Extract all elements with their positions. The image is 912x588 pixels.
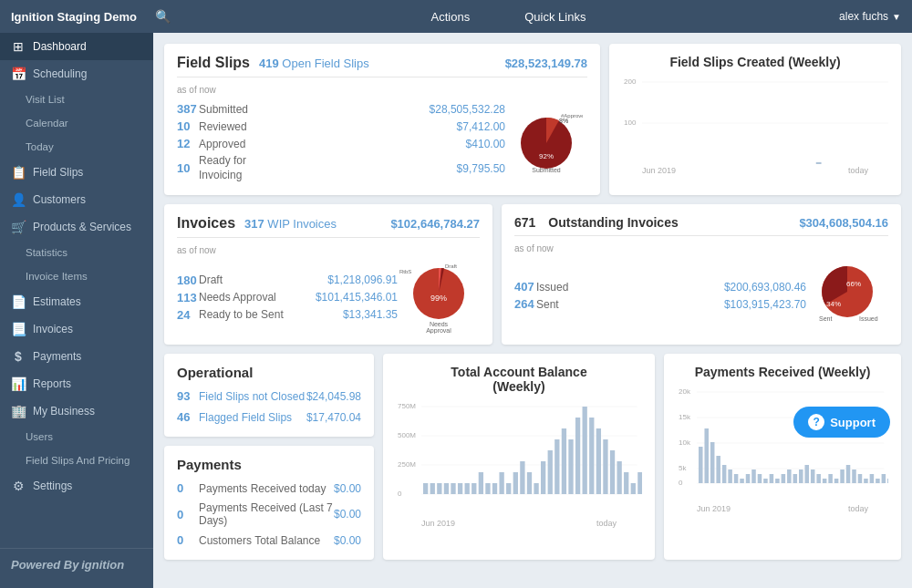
dashboard-icon: ⊞ — [11, 39, 26, 54]
svg-text:8%: 8% — [559, 118, 568, 124]
field-slips-weekly-card: Field Slips Created (Weekly) 200 100 0 — [609, 44, 901, 195]
weekly-chart-area: 200 100 0 Jun 2019 today — [622, 75, 888, 175]
support-icon: ? — [808, 414, 824, 430]
sidebar-item-field-slips-pricing[interactable]: Field Slips And Pricing — [0, 449, 153, 472]
stat-reviewed: 10 Reviewed $7,412.00 — [177, 118, 505, 135]
sidebar-label-reports: Reports — [33, 377, 71, 390]
estimates-icon: 📄 — [11, 294, 26, 309]
svg-rect-114 — [734, 474, 739, 483]
svg-rect-69 — [458, 483, 462, 494]
sidebar-footer: Powered By ignition — [0, 548, 153, 581]
stat-ready-invoicing: 10 Ready for Invoicing $9,795.50 — [177, 152, 505, 184]
support-button[interactable]: ? Support — [793, 407, 890, 438]
svg-text:RtbS: RtbS — [399, 269, 411, 274]
user-name[interactable]: alex fuchs — [839, 10, 888, 23]
sidebar-label-customers: Customers — [33, 193, 86, 206]
sidebar-item-visit-list[interactable]: Visit List — [0, 88, 153, 111]
svg-rect-112 — [722, 465, 727, 483]
main-content: Field Slips 419 Open Field Slips $28,523… — [153, 33, 912, 588]
sidebar-item-invoices[interactable]: 📃 Invoices — [0, 315, 153, 343]
svg-rect-118 — [758, 474, 762, 483]
customers-total-balance: 0 Customers Total Balance $0.00 — [177, 531, 361, 549]
sidebar-item-products[interactable]: 🛒 Products & Services — [0, 213, 153, 241]
outstanding-invoices-card: 671 Outstanding Invoices $304,608,504.16… — [502, 204, 901, 345]
svg-text:100: 100 — [624, 119, 637, 127]
svg-rect-127 — [811, 469, 815, 483]
op-flagged-field-slips: 46 Flagged Field Slips $17,470.04 — [177, 408, 361, 426]
op-link-flagged[interactable]: Flagged Field Slips — [199, 411, 292, 424]
svg-rect-92 — [617, 461, 621, 494]
svg-rect-121 — [775, 479, 780, 483]
sidebar-item-estimates[interactable]: 📄 Estimates — [0, 288, 153, 315]
svg-rect-130 — [828, 474, 833, 483]
weekly-chart-x-labels: Jun 2019 today — [622, 166, 888, 175]
svg-rect-72 — [479, 472, 483, 494]
sidebar-label-estimates: Estimates — [33, 295, 81, 308]
sidebar-item-statistics[interactable]: Statistics — [0, 241, 153, 264]
payments-icon: $ — [11, 349, 26, 364]
sidebar-item-dashboard[interactable]: ⊞ Dashboard — [0, 33, 153, 60]
invoices-total: $102,646,784.27 — [390, 217, 480, 231]
svg-rect-75 — [499, 472, 503, 494]
svg-rect-81 — [541, 461, 545, 494]
svg-rect-88 — [589, 418, 594, 494]
svg-text:0: 0 — [679, 479, 683, 487]
nav-actions[interactable]: Actions — [431, 10, 471, 24]
svg-rect-117 — [751, 469, 756, 483]
stat-needs-approval: 113 Needs Approval $101,415,346.01 — [177, 289, 398, 306]
svg-text:66%: 66% — [846, 280, 861, 288]
nav-quick-links[interactable]: Quick Links — [524, 10, 586, 24]
sidebar-label-invoice-items: Invoice Items — [26, 271, 88, 282]
sidebar-item-calendar[interactable]: Calendar — [0, 111, 153, 135]
sidebar: ⊞ Dashboard 📅 Scheduling Visit List Cale… — [0, 33, 153, 588]
payments-x-labels: Jun 2019 today — [677, 504, 888, 513]
svg-rect-115 — [740, 479, 744, 483]
svg-rect-70 — [465, 483, 470, 494]
sidebar-label-payments: Payments — [33, 350, 81, 363]
field-slips-stats-table: 387 Submitted $28,505,532.28 10 Reviewed… — [177, 100, 505, 184]
svg-rect-85 — [568, 439, 573, 494]
sidebar-label-field-slips-pricing: Field Slips And Pricing — [26, 455, 130, 466]
invoices-stats: 180 Draft $1,218,096.91 113 Needs Approv… — [177, 261, 480, 334]
svg-text:200: 200 — [624, 77, 637, 86]
payments-small-title: Payments — [177, 457, 361, 472]
svg-rect-124 — [793, 474, 798, 483]
sidebar-item-customers[interactable]: 👤 Customers — [0, 186, 153, 213]
sidebar-item-my-business[interactable]: 🏢 My Business — [0, 397, 153, 425]
svg-rect-71 — [472, 483, 476, 494]
sidebar-item-users[interactable]: Users — [0, 425, 153, 449]
row-2: Invoices 317 WIP Invoices $102,646,784.2… — [164, 204, 901, 345]
field-slips-as-of: as of now — [177, 85, 587, 95]
products-icon: 🛒 — [11, 220, 26, 234]
weekly-chart-svg: 200 100 0 — [622, 75, 888, 164]
svg-rect-140 — [887, 479, 888, 483]
sidebar-item-today[interactable]: Today — [0, 135, 153, 159]
search-icon[interactable]: 🔍 — [155, 9, 171, 24]
stat-issued: 407 Issued $200,693,080.46 — [514, 278, 806, 295]
sidebar-item-field-slips[interactable]: 📋 Field Slips — [0, 159, 153, 186]
field-slips-header: Field Slips 419 Open Field Slips $28,523… — [177, 55, 587, 77]
payments-chart-svg: 20k 15k 10k 5k 0 — [677, 383, 888, 501]
op-link-not-closed[interactable]: Field Slips not Closed — [199, 390, 305, 403]
payment-received-7days: 0 Payments Received (Last 7 Days) $0.00 — [177, 500, 361, 529]
sidebar-item-invoice-items[interactable]: Invoice Items — [0, 264, 153, 288]
chevron-down-icon: ▼ — [892, 12, 901, 22]
svg-rect-65 — [430, 483, 435, 494]
reports-icon: 📊 — [11, 377, 26, 391]
field-slips-stats: 387 Submitted $28,505,532.28 10 Reviewed… — [177, 100, 587, 184]
svg-rect-74 — [492, 483, 497, 494]
sidebar-item-scheduling[interactable]: 📅 Scheduling — [0, 60, 153, 88]
svg-rect-78 — [520, 461, 524, 494]
payment-received-today: 0 Payments Received today $0.00 — [177, 480, 361, 497]
invoices-pie: 99% Needs Approval RtbS Draft — [398, 261, 480, 334]
svg-text:Sent: Sent — [819, 315, 832, 322]
svg-rect-80 — [534, 483, 538, 494]
outstanding-stats: 407 Issued $200,693,080.46 264 Sent $103… — [514, 259, 888, 332]
svg-rect-138 — [876, 479, 880, 483]
sidebar-item-payments[interactable]: $ Payments — [0, 343, 153, 370]
field-slips-title: Field Slips — [177, 55, 250, 71]
svg-rect-79 — [527, 472, 532, 494]
svg-rect-64 — [423, 483, 428, 494]
sidebar-item-reports[interactable]: 📊 Reports — [0, 370, 153, 397]
sidebar-item-settings[interactable]: ⚙ Settings — [0, 472, 153, 500]
